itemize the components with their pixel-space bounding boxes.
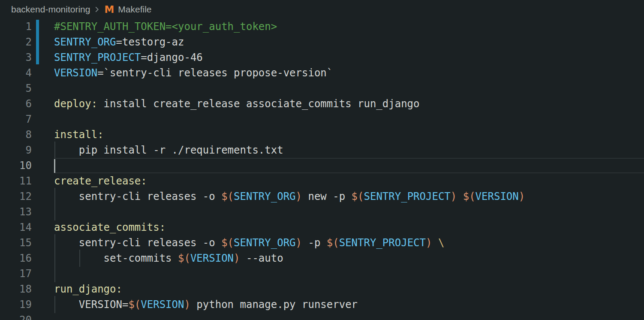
breadcrumb-file[interactable]: Makefile [118,4,151,15]
code-token: --auto [240,252,283,264]
line-number: 12 [0,189,32,204]
code-token: new -p [302,190,352,202]
line-content[interactable]: pip install -r ./requirements.txt [54,142,644,158]
code-line[interactable]: 10 [0,158,644,173]
line-number: 10 [0,158,32,173]
line-content[interactable]: sentry-cli releases -o $(SENTRY_ORG) -p … [54,235,644,251]
line-content[interactable]: create_release: [54,173,644,189]
code-token: $( [221,237,234,249]
code-token: sentry-cli releases -o [79,237,221,249]
line-content[interactable]: install: [54,127,644,142]
code-token: =django-46 [141,51,203,63]
line-content[interactable]: #SENTRY_AUTH_TOKEN=<your_auth_token> [54,19,644,34]
line-content[interactable]: run_django: [54,281,644,297]
line-content[interactable] [54,112,644,127]
text-cursor [54,159,55,173]
code-token: deploy: [54,98,97,110]
code-token: associate_commits: [54,221,166,233]
code-line[interactable]: 12 sentry-cli releases -o $(SENTRY_ORG) … [0,189,644,204]
code-token [432,237,438,249]
code-token: pip install -r ./requirements.txt [79,144,283,156]
code-token: VERSION [190,252,234,264]
line-content[interactable]: associate_commits: [54,220,644,235]
code-line[interactable]: 14associate_commits: [0,220,644,235]
code-token: create_release: [54,175,147,187]
line-number: 14 [0,220,32,235]
line-number: 8 [0,127,32,142]
line-content[interactable] [54,266,644,281]
code-token: ) [234,252,240,264]
code-line[interactable]: 5 [0,81,644,96]
line-number: 9 [0,142,32,158]
line-number: 15 [0,235,32,251]
code-line[interactable]: 6deploy: install create_release associat… [0,96,644,112]
code-line[interactable]: 19 VERSION=$(VERSION) python manage.py r… [0,297,644,312]
code-line[interactable]: 1#SENTRY_AUTH_TOKEN=<your_auth_token> [0,19,644,34]
line-number: 17 [0,266,32,281]
gutter-modified-indicator[interactable] [36,20,39,64]
line-content[interactable] [54,312,644,320]
indent-whitespace [54,252,104,264]
code-token: VERSION [141,299,184,311]
code-token: ) [426,237,432,249]
code-token: \ [438,237,444,249]
code-token: =`sentry-cli releases propose-version` [97,67,333,79]
code-token: SENTRY_PROJECT [54,51,141,63]
code-line[interactable]: 17 [0,266,644,281]
code-line[interactable]: 4VERSION=`sentry-cli releases propose-ve… [0,65,644,81]
indent-whitespace [54,190,79,202]
code-line[interactable]: 7 [0,112,644,127]
line-content[interactable]: SENTRY_PROJECT=django-46 [54,50,644,65]
line-content[interactable]: set-commits $(VERSION) --auto [54,251,644,266]
code-token: SENTRY_PROJECT [339,237,426,249]
chevron-right-icon [93,6,101,13]
makefile-icon: M [104,4,114,15]
code-token [457,190,463,202]
code-line[interactable]: 18run_django: [0,281,644,297]
code-line[interactable]: 15 sentry-cli releases -o $(SENTRY_ORG) … [0,235,644,251]
code-token: -p [302,237,327,249]
code-token: SENTRY_ORG [234,237,296,249]
line-number: 19 [0,297,32,312]
line-content[interactable]: VERSION=$(VERSION) python manage.py runs… [54,297,644,312]
code-line[interactable]: 3SENTRY_PROJECT=django-46 [0,50,644,65]
code-token: ) [519,190,525,202]
line-content[interactable] [54,204,644,220]
code-line[interactable]: 11create_release: [0,173,644,189]
code-token: #SENTRY_AUTH_TOKEN=<your_auth_token> [54,21,277,33]
line-content[interactable]: SENTRY_ORG=testorg-az [54,34,644,50]
code-token: =testorg-az [116,36,184,48]
code-token: VERSION= [79,299,129,311]
line-number: 6 [0,96,32,112]
code-token: $( [178,252,190,264]
code-token: VERSION [54,67,97,79]
breadcrumb-folder[interactable]: backend-monitoring [11,4,90,15]
code-token: ) [184,299,190,311]
code-line[interactable]: 2SENTRY_ORG=testorg-az [0,34,644,50]
code-token: SENTRY_PROJECT [364,190,451,202]
code-line[interactable]: 16 set-commits $(VERSION) --auto [0,251,644,266]
line-number: 2 [0,34,32,50]
code-editor[interactable]: 1#SENTRY_AUTH_TOKEN=<your_auth_token>2SE… [0,19,644,320]
line-number: 4 [0,65,32,81]
code-line[interactable]: 9 pip install -r ./requirements.txt [0,142,644,158]
code-token: ) [451,190,457,202]
line-number: 11 [0,173,32,189]
line-content[interactable]: VERSION=`sentry-cli releases propose-ver… [54,65,644,81]
code-token: install: [54,129,104,141]
code-line[interactable]: 13 [0,204,644,220]
indent-guide [54,265,55,282]
indent-whitespace [54,144,79,156]
line-number: 3 [0,50,32,65]
code-token: $( [352,190,364,202]
code-line[interactable]: 20 [0,312,644,320]
code-token: set-commits [104,252,178,264]
code-line[interactable]: 8install: [0,127,644,142]
line-content[interactable] [54,158,644,173]
line-content[interactable] [54,81,644,96]
line-number: 1 [0,19,32,34]
line-content[interactable]: deploy: install create_release associate… [54,96,644,112]
line-content[interactable]: sentry-cli releases -o $(SENTRY_ORG) new… [54,189,644,204]
code-token: VERSION [475,190,519,202]
code-token: install create_release associate_commits… [97,98,419,110]
